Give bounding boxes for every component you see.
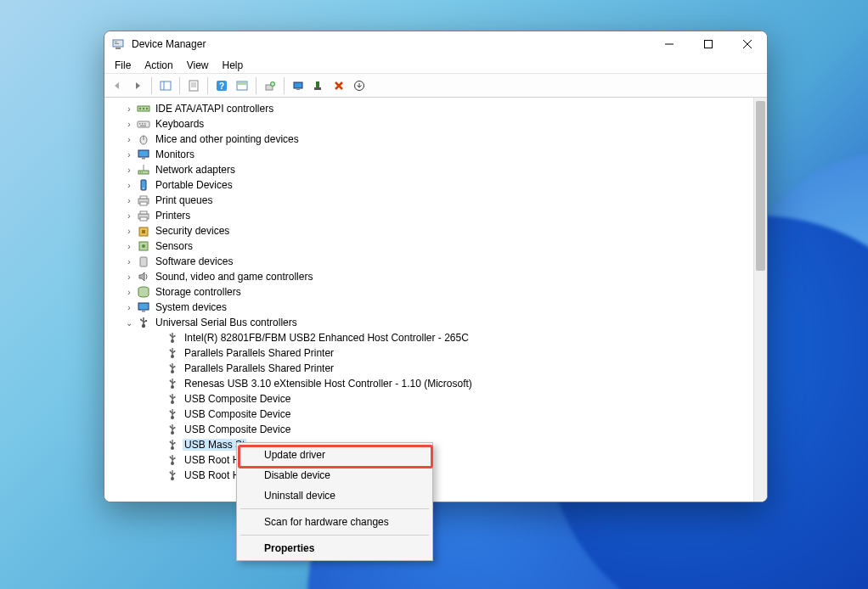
tree-node-intel-r-82801fb-fbm-usb2-enhanced-host-c-0[interactable]: ›Intel(R) 82801FB/FBM USB2 Enhanced Host… xyxy=(123,330,753,345)
tree-node-storage-controllers[interactable]: ›Storage controllers xyxy=(123,284,753,300)
tree-node-label: Monitors xyxy=(154,149,196,160)
tree-node-sound-video-and-game-controllers[interactable]: ›Sound, video and game controllers xyxy=(123,269,753,284)
show-hide-tree-button[interactable] xyxy=(156,76,175,95)
window-controls xyxy=(650,31,767,57)
ctx-disable-device[interactable]: Disable device xyxy=(239,465,431,485)
tree-node-label: Security devices xyxy=(154,225,231,237)
menu-file[interactable]: File xyxy=(110,59,136,71)
tree-node-print-queues[interactable]: ›Print queues xyxy=(123,193,753,208)
tree-node-mice-and-other-pointing-devices[interactable]: ›Mice and other pointing devices xyxy=(123,132,753,147)
tree-node-ide-ata-atapi-controllers[interactable]: ›IDE ATA/ATAPI controllers xyxy=(123,101,753,116)
action-panel-button[interactable] xyxy=(233,76,251,95)
tree-node-system-devices[interactable]: ›System devices xyxy=(123,300,753,315)
svg-rect-96 xyxy=(174,457,176,459)
back-button[interactable] xyxy=(108,76,127,95)
chevron-right-icon[interactable]: › xyxy=(123,227,135,236)
usb-icon xyxy=(166,377,179,390)
ctx-properties[interactable]: Properties xyxy=(239,538,431,558)
tree-node-renesas-usb-3-10-extensible-host-control-3[interactable]: ›Renesas USB 3.10 eXtensible Host Contro… xyxy=(123,376,753,391)
toolbar-separator xyxy=(207,77,208,94)
chevron-right-icon[interactable]: › xyxy=(123,165,135,175)
tree-node-keyboards[interactable]: ›Keyboards xyxy=(123,116,753,132)
svg-point-95 xyxy=(170,457,172,458)
tree-node-security-devices[interactable]: ›Security devices xyxy=(123,223,753,238)
device-tree[interactable]: ›IDE ATA/ATAPI controllers›Keyboards›Mic… xyxy=(104,98,753,502)
tree-node-universal-serial-bus-controllers[interactable]: ⌄Universal Serial Bus controllers xyxy=(123,315,753,330)
chevron-right-icon[interactable]: › xyxy=(123,120,135,129)
tree-node-usb-root-hub-9[interactable]: ›USB Root Hu xyxy=(123,468,753,483)
printer-icon xyxy=(137,209,150,222)
chevron-right-icon[interactable]: › xyxy=(123,150,135,160)
svg-rect-30 xyxy=(139,123,141,125)
disable-device-button[interactable] xyxy=(350,76,369,95)
chevron-right-icon[interactable]: › xyxy=(123,272,135,282)
update-driver-button[interactable] xyxy=(261,76,279,95)
help-button[interactable]: ? xyxy=(212,76,231,95)
properties-button[interactable] xyxy=(184,76,203,95)
usb-icon xyxy=(166,407,179,421)
tree-node-label: Mice and other pointing devices xyxy=(154,133,301,145)
ctx-uninstall-device[interactable]: Uninstall device xyxy=(239,485,431,506)
ctx-update-driver[interactable]: Update driver xyxy=(239,445,431,465)
svg-rect-56 xyxy=(142,311,145,312)
chevron-right-icon[interactable]: › xyxy=(123,181,135,190)
chevron-right-icon[interactable]: › xyxy=(123,242,135,251)
chevron-right-icon[interactable]: › xyxy=(123,211,135,221)
close-button[interactable] xyxy=(728,31,767,57)
titlebar: Device Manager xyxy=(104,31,767,57)
svg-point-71 xyxy=(170,365,172,367)
forward-button[interactable] xyxy=(128,76,147,95)
toolbar-separator xyxy=(151,77,152,94)
tree-node-label: USB Composite Device xyxy=(183,424,292,435)
tree-node-usb-mass-storage-device-7[interactable]: ›USB Mass St xyxy=(123,437,753,452)
tree-node-usb-composite-device-4[interactable]: ›USB Composite Device xyxy=(123,391,753,407)
tree-node-monitors[interactable]: ›Monitors xyxy=(123,147,753,162)
chevron-down-icon[interactable]: ⌄ xyxy=(123,318,135,328)
enable-device-button[interactable] xyxy=(309,76,328,95)
tree-node-label: Intel(R) 82801FB/FBM USB2 Enhanced Host … xyxy=(183,332,471,344)
tree-node-usb-composite-device-6[interactable]: ›USB Composite Device xyxy=(123,422,753,437)
menu-view[interactable]: View xyxy=(182,59,214,71)
tree-node-printers[interactable]: ›Printers xyxy=(123,208,753,223)
menu-help[interactable]: Help xyxy=(217,59,249,71)
svg-rect-23 xyxy=(314,87,321,90)
svg-rect-72 xyxy=(174,366,176,367)
maximize-button[interactable] xyxy=(689,31,728,57)
svg-rect-1 xyxy=(116,48,121,49)
ctx-scan-hardware[interactable]: Scan for hardware changes xyxy=(239,512,431,532)
minimize-button[interactable] xyxy=(650,31,689,57)
svg-rect-32 xyxy=(144,123,146,125)
tree-node-portable-devices[interactable]: ›Portable Devices xyxy=(123,177,753,193)
printq-icon xyxy=(137,194,150,207)
svg-rect-8 xyxy=(161,81,171,90)
chevron-right-icon[interactable]: › xyxy=(123,135,135,144)
svg-rect-88 xyxy=(174,427,176,429)
svg-rect-53 xyxy=(140,257,147,266)
scan-hardware-button[interactable] xyxy=(289,76,307,95)
chevron-right-icon[interactable]: › xyxy=(123,196,135,205)
menu-action[interactable]: Action xyxy=(139,59,178,71)
tree-node-software-devices[interactable]: ›Software devices xyxy=(123,254,753,269)
tree-node-parallels-parallels-shared-printer-2[interactable]: ›Parallels Parallels Shared Printer xyxy=(123,361,753,376)
ide-icon xyxy=(137,102,150,115)
chevron-right-icon[interactable]: › xyxy=(123,303,135,312)
content-area: ›IDE ATA/ATAPI controllers›Keyboards›Mic… xyxy=(104,98,767,502)
svg-rect-27 xyxy=(143,108,144,109)
chevron-right-icon[interactable]: › xyxy=(123,288,135,297)
tree-node-label: Parallels Parallels Shared Printer xyxy=(183,347,335,359)
tree-node-network-adapters[interactable]: ›Network adapters xyxy=(123,162,753,177)
tree-node-sensors[interactable]: ›Sensors xyxy=(123,238,753,254)
chevron-right-icon[interactable]: › xyxy=(123,104,135,114)
svg-rect-68 xyxy=(174,351,176,352)
scrollbar-thumb[interactable] xyxy=(756,101,765,271)
tree-node-parallels-parallels-shared-printer-1[interactable]: ›Parallels Parallels Shared Printer xyxy=(123,345,753,361)
tree-node-usb-composite-device-5[interactable]: ›USB Composite Device xyxy=(123,407,753,422)
chevron-right-icon[interactable]: › xyxy=(123,257,135,266)
tree-node-usb-root-hub-8[interactable]: ›USB Root Hu xyxy=(123,452,753,468)
svg-point-63 xyxy=(170,334,172,336)
scrollbar[interactable] xyxy=(753,98,767,502)
uninstall-device-button[interactable] xyxy=(330,76,348,95)
svg-point-91 xyxy=(170,441,172,443)
monitor-icon xyxy=(137,148,150,161)
svg-point-42 xyxy=(143,188,144,189)
